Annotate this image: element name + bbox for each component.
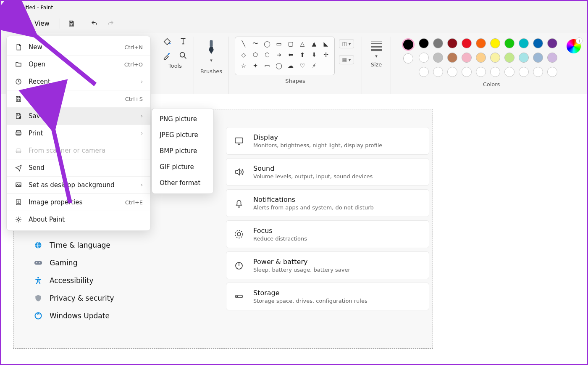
lightning-shape[interactable]: ⚡ [310, 61, 318, 70]
line-shape[interactable]: ╲ [239, 40, 248, 48]
settings-card-power[interactable]: Power & batterySleep, battery usage, bat… [226, 251, 429, 279]
file-menu-save[interactable]: Save Ctrl+S [7, 90, 150, 108]
color-swatch[interactable] [490, 67, 500, 77]
shape-outline-button[interactable]: ◫ ▾ [339, 39, 354, 48]
right-triangle-shape[interactable]: ◣ [322, 40, 330, 48]
star5-shape[interactable]: ☆ [239, 61, 248, 70]
color-swatch[interactable] [504, 38, 514, 48]
heart-shape[interactable]: ♡ [298, 61, 307, 70]
color-swatch[interactable] [447, 67, 457, 77]
saveas-bmp[interactable]: BMP picture [152, 143, 213, 159]
diamond-shape[interactable]: ◇ [239, 50, 248, 59]
settings-side-privacy[interactable]: Privacy & security [34, 294, 114, 303]
triangle-shape[interactable]: ▲ [310, 40, 318, 48]
color-swatch[interactable] [419, 53, 429, 63]
color-swatch[interactable] [419, 67, 429, 77]
four-arrow-shape[interactable]: ✢ [322, 50, 330, 59]
color-swatch[interactable] [504, 53, 514, 63]
file-menu-send[interactable]: Send [7, 159, 150, 177]
saveas-png[interactable]: PNG picture [152, 111, 213, 127]
color1-swatch[interactable] [402, 38, 415, 51]
bucket-icon[interactable] [163, 37, 172, 46]
color-swatch[interactable] [476, 53, 486, 63]
color-swatch[interactable] [433, 67, 443, 77]
color-swatch[interactable] [447, 38, 457, 48]
color-swatch[interactable] [476, 38, 486, 48]
color-swatch[interactable] [490, 53, 500, 63]
hexagon-shape[interactable]: ⬡ [263, 50, 271, 59]
size-button[interactable] [368, 37, 385, 53]
color-swatch[interactable] [519, 53, 529, 63]
color-swatch[interactable] [533, 38, 543, 48]
saveas-jpeg[interactable]: JPEG picture [152, 127, 213, 143]
file-menu-save-as[interactable]: Save as › [7, 108, 150, 125]
chevron-down-icon[interactable]: ▾ [375, 53, 378, 59]
settings-card-notifications[interactable]: NotificationsAlerts from apps and system… [226, 189, 429, 217]
settings-card-focus[interactable]: FocusReduce distractions [226, 220, 429, 248]
curve-shape[interactable]: 〜 [251, 40, 260, 48]
color-swatch[interactable] [490, 38, 500, 48]
settings-card-storage[interactable]: StorageStorage space, drives, configurat… [226, 283, 429, 310]
rect-shape[interactable]: ▭ [275, 40, 283, 48]
color-swatch[interactable] [476, 67, 486, 77]
settings-side-time[interactable]: Time & language [34, 241, 114, 250]
shape-fill-button[interactable]: ▦ ▾ [339, 55, 354, 64]
pentagon-shape[interactable]: ⬠ [251, 50, 260, 59]
color2-swatch[interactable] [403, 53, 413, 63]
settings-side-accessibility[interactable]: Accessibility [34, 276, 114, 285]
arrow-right-shape[interactable]: ➔ [275, 50, 283, 59]
text-icon[interactable] [178, 37, 188, 46]
clock-icon [14, 77, 23, 86]
save-icon [14, 95, 23, 103]
color-swatch[interactable] [519, 38, 529, 48]
saveas-gif[interactable]: GIF picture [152, 159, 213, 175]
file-menu-properties[interactable]: Image properties Ctrl+E [7, 194, 150, 211]
settings-card-sound[interactable]: SoundVolume levels, output, input, sound… [226, 158, 429, 186]
thought-shape[interactable]: ◯ [275, 61, 283, 70]
color-swatch[interactable] [519, 67, 529, 77]
shapes-gallery[interactable]: ╲ 〜 ◯ ▭ ▢ △ ▲ ◣ ◇ ⬠ ⬡ ➔ ⬅ ⬆ ⬇ ✢ [235, 37, 335, 75]
roundrect-shape[interactable]: ▢ [286, 40, 295, 48]
globe-icon [34, 241, 43, 250]
accessibility-icon [34, 276, 43, 285]
storage-icon [234, 291, 244, 302]
gear-icon [14, 215, 23, 224]
arrow-up-shape[interactable]: ⬆ [298, 50, 307, 59]
settings-card-display[interactable]: DisplayMonitors, brightness, night light… [226, 127, 429, 155]
oval-shape[interactable]: ◯ [263, 40, 271, 48]
color-swatch[interactable] [433, 38, 443, 48]
arrow-down-shape[interactable]: ⬇ [310, 50, 318, 59]
color-swatch[interactable] [419, 38, 429, 48]
eyedropper-icon[interactable] [163, 51, 172, 60]
arrow-left-shape[interactable]: ⬅ [286, 50, 295, 59]
star6-shape[interactable]: ✦ [251, 61, 260, 70]
polygon-shape[interactable]: △ [298, 40, 307, 48]
file-menu-about[interactable]: About Paint [7, 211, 150, 228]
edit-colors-button[interactable] [567, 39, 581, 53]
brush-icon[interactable] [204, 39, 218, 56]
color-swatch[interactable] [533, 67, 543, 77]
color-swatch[interactable] [547, 53, 557, 63]
color-swatch[interactable] [462, 67, 472, 77]
color-swatch[interactable] [504, 67, 514, 77]
saveas-other[interactable]: Other format [152, 175, 213, 191]
cloud-shape[interactable]: ☁ [286, 61, 295, 70]
color-swatch[interactable] [447, 53, 457, 63]
color-swatch[interactable] [462, 53, 472, 63]
color-swatch[interactable] [547, 38, 557, 48]
settings-side-gaming[interactable]: Gaming [34, 258, 114, 267]
color-swatch[interactable] [533, 53, 543, 63]
file-menu-print[interactable]: Print › [7, 125, 150, 142]
callout-shape[interactable]: ▭ [263, 61, 271, 70]
chevron-down-icon[interactable]: ▾ [210, 58, 213, 63]
magnifier-icon[interactable] [178, 51, 188, 60]
scanner-icon [14, 146, 23, 155]
settings-side-update[interactable]: Windows Update [34, 311, 114, 320]
file-icon [14, 43, 23, 51]
color-swatch[interactable] [547, 67, 557, 77]
redo-icon[interactable] [102, 17, 118, 30]
file-menu-desktop-bg[interactable]: Set as desktop background › [7, 177, 150, 194]
color-swatch[interactable] [433, 53, 443, 63]
color-swatch[interactable] [462, 38, 472, 48]
svg-point-2 [6, 8, 9, 10]
